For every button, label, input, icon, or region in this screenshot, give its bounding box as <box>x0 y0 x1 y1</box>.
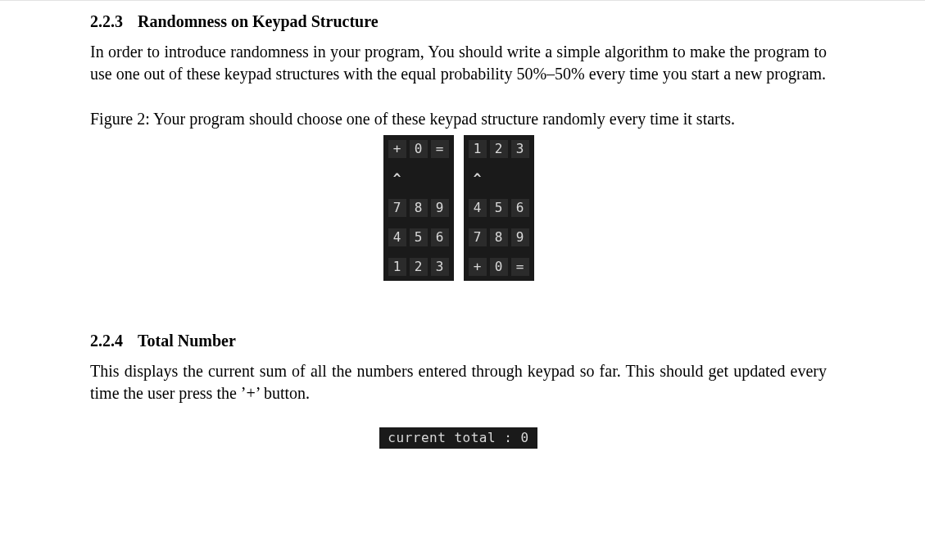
section-223-paragraph: In order to introduce randomness in your… <box>90 41 827 85</box>
key-cell: 5 <box>410 228 428 246</box>
keypad-row: 4 5 6 <box>388 228 449 246</box>
keypad-row: 1 2 3 <box>388 258 449 276</box>
key-cell: 2 <box>490 140 508 158</box>
keypad-left: + 0 = ^ 7 8 9 4 5 6 1 2 3 <box>383 135 454 281</box>
caret-icon: ^ <box>469 169 487 187</box>
section-224-paragraph: This displays the current sum of all the… <box>90 360 827 404</box>
key-cell: 1 <box>388 258 406 276</box>
key-cell: 3 <box>431 258 449 276</box>
key-cell: + <box>469 258 487 276</box>
keypad-caret-row: ^ <box>469 169 529 187</box>
keypad-row: 7 8 9 <box>469 228 529 246</box>
key-cell: 5 <box>490 199 508 217</box>
figure-2-keypads: + 0 = ^ 7 8 9 4 5 6 1 2 3 <box>90 135 827 281</box>
section-number: 2.2.4 <box>90 332 123 350</box>
figure-2-caption: Figure 2: Your program should choose one… <box>90 108 827 130</box>
keypad-row: 4 5 6 <box>469 199 529 217</box>
key-cell: 8 <box>410 199 428 217</box>
key-cell: 1 <box>469 140 487 158</box>
figure-caption-prefix: Figure 2: <box>90 110 150 128</box>
keypad-caret-row: ^ <box>388 169 449 187</box>
key-cell: = <box>431 140 449 158</box>
key-cell: 0 <box>410 140 428 158</box>
section-heading-223: 2.2.3Randomness on Keypad Structure <box>90 11 827 33</box>
document-page: 2.2.3Randomness on Keypad Structure In o… <box>0 2 925 560</box>
section-title: Randomness on Keypad Structure <box>138 12 379 30</box>
key-cell: 9 <box>511 228 529 246</box>
figure-caption-text: Your program should choose one of these … <box>153 110 735 128</box>
key-cell: = <box>511 258 529 276</box>
keypad-row: 7 8 9 <box>388 199 449 217</box>
keypad-row: + 0 = <box>469 258 529 276</box>
section-title: Total Number <box>138 332 236 350</box>
caret-icon: ^ <box>388 169 406 187</box>
total-box-wrap: current total : 0 <box>90 427 827 449</box>
key-cell: 0 <box>490 258 508 276</box>
section-number: 2.2.3 <box>90 12 123 30</box>
current-total-display: current total : 0 <box>379 427 537 449</box>
key-cell: 7 <box>469 228 487 246</box>
key-cell: 2 <box>410 258 428 276</box>
key-cell: 9 <box>431 199 449 217</box>
key-cell: 4 <box>469 199 487 217</box>
section-heading-224: 2.2.4Total Number <box>90 330 827 352</box>
keypad-right: 1 2 3 ^ 4 5 6 7 8 9 + 0 = <box>464 135 534 281</box>
key-cell: + <box>388 140 406 158</box>
key-cell: 7 <box>388 199 406 217</box>
key-cell: 6 <box>511 199 529 217</box>
key-cell: 6 <box>431 228 449 246</box>
key-cell: 4 <box>388 228 406 246</box>
key-cell: 3 <box>511 140 529 158</box>
key-cell: 8 <box>490 228 508 246</box>
keypad-row: + 0 = <box>388 140 449 158</box>
keypad-row: 1 2 3 <box>469 140 529 158</box>
